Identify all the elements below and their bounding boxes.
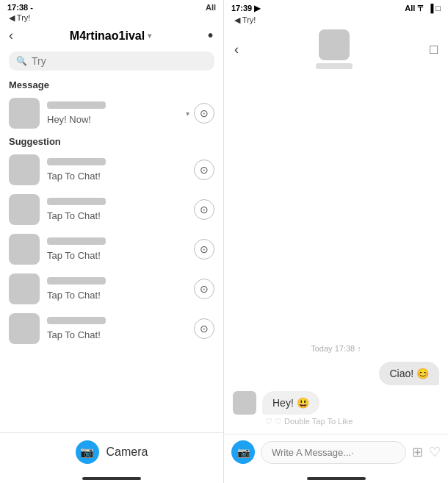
search-icon: 🔍 [16,56,27,66]
suggestion-preview-4: Tap To Chat! [47,290,101,301]
camera-icon-s1[interactable]: ⊙ [194,160,214,180]
chat-header-icons: □ [430,42,438,57]
time-left: 17:38 - [7,3,33,12]
search-input[interactable] [32,55,207,67]
chat-messages: Today 17:38 ↑ Ciao! 😊 Hey! 😃 ♡ ♡ Double … [224,76,448,434]
suggestion-name-bar-4 [47,277,106,285]
bubble-left-avatar [233,391,256,415]
back-button-left[interactable]: ‹ [9,28,13,43]
camera-icon-s5[interactable]: ⊙ [194,318,214,339]
camera-icon-s3[interactable]: ⊙ [194,239,214,260]
avatar-suggestion-2 [9,194,40,225]
home-indicator-right [307,477,366,480]
avatar-suggestion-4 [9,273,40,304]
suggestion-item-4[interactable]: Tap To Chat! ⊙ [0,269,223,309]
avatar-suggestion-3 [9,234,40,265]
title-text: M4rtinao1ival [70,29,145,43]
suggestion-name-bar-5 [47,317,106,324]
camera-input-icon: 📷 [237,446,250,458]
chat-avatar-right [319,29,350,60]
time-right: 17:39 ▶ [231,4,260,13]
camera-bottom-button[interactable]: 📷 [76,440,99,464]
camera-icon-message[interactable]: ⊙ [194,103,214,124]
suggestion-content-1: Tap To Chat! [47,158,187,182]
suggestion-preview-5: Tap To Chat! [47,329,101,340]
heart-reaction-icon[interactable]: ♡ [429,444,441,460]
back-button-right[interactable]: ‹ [234,42,239,57]
bubble-left-content: Hey! 😃 ♡ ♡ Double Tap To Like [262,391,353,426]
chat-header-right: ‹ □ [224,26,448,76]
timestamp-label: Today 17:38 ↑ [233,344,439,353]
avatar-suggestion-1 [9,154,40,185]
avatar-suggestion-5 [9,313,40,344]
status-bar-right: 17:39 ▶ All 〒 ▐ □ [224,0,448,15]
chat-avatar-name-bar [316,63,353,69]
network-left: All [206,3,216,12]
try-label-left: ◀ Try! [0,13,223,24]
chat-title: M4rtinao1ival ▾ [70,29,151,43]
heart-icon: ♡ [265,417,272,426]
suggestion-content-4: Tap To Chat! [47,277,187,301]
camera-input-button[interactable]: 📷 [231,440,255,464]
suggestion-content-2: Tap To Chat! [47,198,187,222]
message-item[interactable]: Hey! Now! ▾ ⊙ [0,93,223,133]
left-panel: 17:38 - All ◀ Try! ‹ M4rtinao1ival ▾ • 🔍… [0,0,224,483]
chat-input-bar: 📷 ⊞ ♡ [224,434,448,477]
double-tap-label[interactable]: ♡ ♡ Double Tap To Like [262,417,353,426]
bubble-right: Ciao! 😊 [379,362,439,385]
camera-bottom-icon: 📷 [80,446,94,459]
suggestion-item-2[interactable]: Tap To Chat! ⊙ [0,190,223,229]
suggestion-content-3: Tap To Chat! [47,237,187,262]
menu-dots[interactable]: • [208,27,214,44]
bubble-left-area: Hey! 😃 ♡ ♡ Double Tap To Like [233,391,439,426]
suggestion-preview-3: Tap To Chat! [47,250,101,261]
messages-spacer [233,84,439,332]
suggestion-item-3[interactable]: Tap To Chat! ⊙ [0,229,223,269]
suggestion-preview-1: Tap To Chat! [47,171,101,182]
message-name-bar [47,101,106,109]
camera-bottom-label: Camera [106,446,148,459]
nav-header-left: ‹ M4rtinao1ival ▾ • [0,24,223,49]
suggestion-preview-2: Tap To Chat! [47,210,101,221]
title-chevron: ▾ [148,32,151,40]
suggestion-item-5[interactable]: Tap To Chat! ⊙ [0,309,223,348]
right-panel: 17:39 ▶ All 〒 ▐ □ ◀ Try! ‹ □ Today 17:38… [224,0,448,483]
try-label-right: ◀ Try! [224,15,448,26]
home-indicator-left [82,477,141,480]
message-content: Hey! Now! [47,101,187,126]
camera-icon-s2[interactable]: ⊙ [194,199,214,220]
status-bar-left: 17:38 - All [0,0,223,13]
image-attach-icon[interactable]: ⊞ [412,444,423,460]
suggestion-content-5: Tap To Chat! [47,317,187,341]
video-call-icon[interactable]: □ [430,42,438,57]
suggestion-name-bar-3 [47,237,106,245]
suggestion-section-label: Suggestion [0,133,223,150]
bottom-bar-left: 📷 Camera [0,432,223,477]
message-preview: Hey! Now! [47,114,91,125]
suggestion-name-bar-2 [47,198,106,205]
message-input[interactable] [261,441,406,464]
chat-avatar-area [316,29,353,69]
double-tap-text: ♡ Double Tap To Like [275,417,353,426]
avatar-message [9,98,40,129]
dropdown-arrow-icon: ▾ [186,110,189,118]
network-right: All 〒 ▐ □ [405,3,441,14]
suggestion-item-1[interactable]: Tap To Chat! ⊙ [0,150,223,190]
search-bar: 🔍 [9,51,214,71]
camera-icon-s4[interactable]: ⊙ [194,279,214,299]
suggestion-name-bar-1 [47,158,106,165]
message-section-label: Message [0,76,223,93]
bubble-left: Hey! 😃 [262,391,319,415]
